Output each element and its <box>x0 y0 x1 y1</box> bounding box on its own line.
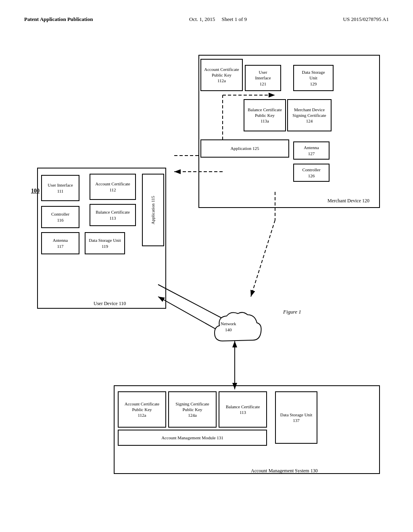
header-left: Patent Application Publication <box>24 16 93 23</box>
page: Patent Application Publication Oct. 1, 2… <box>0 0 413 532</box>
header-center: Oct. 1, 2015 Sheet 1 of 9 <box>189 16 247 23</box>
box-ds129: Data StorageUnit129 <box>293 65 334 91</box>
box-acct112a2: Account CertificatePublic Key112a <box>118 391 166 428</box>
svg-line-10 <box>251 220 275 297</box>
merchant-device-label: Merchant Device 120 <box>327 198 369 204</box>
box-amm131: Account Management Module 131 <box>118 430 267 446</box>
header-right: US 2015/0278795 A1 <box>343 16 389 23</box>
box-ui121: UserInterface121 <box>245 65 281 91</box>
box-ui111: User Interface111 <box>41 175 79 201</box>
box-bal113-ud: Balance Certificate113 <box>90 204 136 226</box>
box-ctrl126: Controller126 <box>293 164 330 182</box>
page-header: Patent Application Publication Oct. 1, 2… <box>24 16 389 23</box>
user-device-label: User Device 110 <box>94 301 126 307</box>
header-date: Oct. 1, 2015 <box>189 16 215 22</box>
box-app115: Application 115 <box>142 174 164 246</box>
box-acct112a: Account CertificatePublic Key112a <box>200 59 243 91</box>
box-bal113a: Balance CertificatePublic Key113a <box>244 99 286 131</box>
box-ds137: Data Storage Unit137 <box>275 391 317 444</box>
box-merch124: Merchant DeviceSigning Certificate124 <box>287 99 332 131</box>
network-cloud: Network140 <box>211 309 263 351</box>
header-sheet: Sheet 1 of 9 <box>222 16 247 22</box>
box-ant117: Antenna117 <box>41 232 79 254</box>
box-ds119: Data Storage Unit119 <box>85 232 125 254</box>
acct-mgmt-label: Account Management System 130 <box>251 468 318 474</box>
diagram-area: 100 Merchant Device 120 Data StorageUnit… <box>25 35 388 498</box>
box-ant127: Antenna127 <box>293 141 330 160</box>
box-ctrl116: Controller116 <box>41 206 79 228</box>
box-bal113-am: Balance Certificate113 <box>219 391 267 428</box>
box-acct112: Account Certificate112 <box>90 174 136 200</box>
figure-label: Figure 1 <box>283 309 301 315</box>
box-app125: Application 125 <box>200 139 289 158</box>
box-sign124a: Signing CertificatePublic Key124a <box>168 391 217 428</box>
